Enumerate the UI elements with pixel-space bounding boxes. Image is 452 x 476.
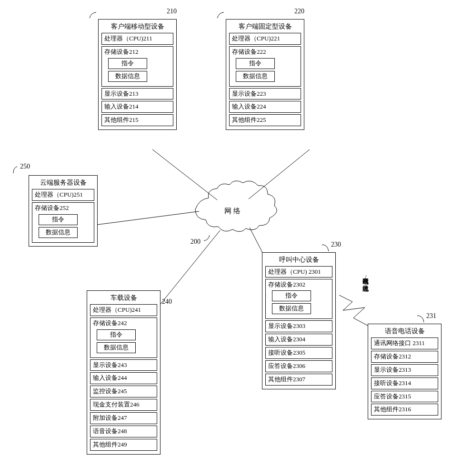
mobile-display: 显示设备213 — [101, 88, 173, 100]
callcenter-title: 呼叫中心设备 — [265, 256, 332, 264]
ref-210: 210 — [167, 8, 177, 15]
vehicle-title: 车载设备 — [90, 294, 157, 302]
svg-line-1 — [249, 149, 310, 199]
mobile-title: 客户端移动型设备 — [101, 22, 173, 31]
vehicle-storage-cmd: 指令 — [97, 329, 136, 340]
cloud-storage-label: 存储设备252 — [35, 204, 91, 212]
cloud-storage-cmd: 指令 — [39, 214, 78, 225]
vehicle-input: 输入设备244 — [90, 372, 157, 384]
fixed-cpu: 处理器（CPU)221 — [229, 33, 301, 45]
svg-line-2 — [97, 211, 199, 225]
vehicle-cpu: 处理器（CPU)241 — [90, 304, 157, 316]
vehicle-display: 显示设备243 — [90, 359, 157, 371]
vehicle-cash: 现金支付装置246 — [90, 399, 157, 411]
ref-231: 231 — [426, 312, 436, 320]
phone-title: 语音电话设备 — [371, 327, 438, 336]
callcenter-answer: 接听设备2305 — [265, 347, 332, 359]
ref-250: 250 — [20, 163, 30, 170]
ref-240: 240 — [162, 298, 172, 306]
callcenter-storage-data: 数据信息 — [272, 303, 311, 314]
phone-display: 显示设备2313 — [371, 364, 438, 376]
vehicle-storage-label: 存储设备242 — [93, 319, 154, 327]
vehicle-other: 其他组件249 — [90, 439, 157, 451]
ref-230: 230 — [331, 241, 341, 248]
callcenter-storage-cmd: 指令 — [272, 290, 311, 301]
phone-other: 其他组件2316 — [371, 404, 438, 416]
cloud-title: 云端服务器设备 — [32, 178, 94, 187]
cloud-storage-data: 数据信息 — [39, 227, 78, 238]
phone-storage: 存储设备2312 — [371, 351, 438, 363]
device-mobile: 客户端移动型设备 处理器（CPU)211 存储设备212 指令 数据信息 显示设… — [98, 19, 177, 130]
callcenter-input: 输入设备2304 — [265, 334, 332, 346]
fixed-title: 客户端固定型设备 — [229, 22, 301, 31]
device-callcenter: 呼叫中心设备 处理器（CPU) 2301 存储设备2302 指令 数据信息 显示… — [262, 252, 336, 389]
cloud-cpu: 处理器（CPU)251 — [32, 189, 94, 201]
vehicle-monitor: 监控设备245 — [90, 386, 157, 397]
fixed-storage-data: 数据信息 — [236, 71, 275, 82]
callcenter-other: 其他组件2307 — [265, 374, 332, 386]
callcenter-cpu: 处理器（CPU) 2301 — [265, 266, 332, 278]
ref-220: 220 — [294, 8, 304, 15]
device-phone: 语音电话设备 通讯网络接口 2311 存储设备2312 显示设备2313 接听设… — [368, 324, 442, 419]
callcenter-storage: 存储设备2302 指令 数据信息 — [265, 279, 332, 319]
device-fixed: 客户端固定型设备 处理器（CPU)221 存储设备222 指令 数据信息 显示设… — [226, 19, 304, 130]
vehicle-addon: 附加设备247 — [90, 412, 157, 424]
cloud-storage: 存储设备252 指令 数据信息 — [32, 202, 94, 243]
diagram-canvas: 网 络 210 客户端移动型设备 处理器（CPU)211 存储设备212 指令 … — [0, 0, 452, 476]
phone-respond: 应答设备2315 — [371, 391, 438, 403]
phone-net: 通讯网络接口 2311 — [371, 337, 438, 349]
fixed-input: 输入设备224 — [229, 101, 301, 113]
vehicle-storage-data: 数据信息 — [97, 342, 136, 353]
fixed-storage-label: 存储设备222 — [232, 48, 298, 56]
fixed-display: 显示设备223 — [229, 88, 301, 100]
callcenter-storage-label: 存储设备2302 — [268, 281, 330, 289]
device-cloud: 云端服务器设备 处理器（CPU)251 存储设备252 指令 数据信息 — [29, 175, 98, 247]
mobile-other: 其他组件215 — [101, 114, 173, 126]
vehicle-storage: 存储设备242 指令 数据信息 — [90, 317, 157, 358]
connection-label: 有线电话网/无线电波 — [362, 273, 369, 280]
mobile-input: 输入设备214 — [101, 101, 173, 113]
ref-200: 200 — [191, 238, 201, 246]
svg-line-0 — [152, 149, 217, 200]
fixed-other: 其他组件225 — [229, 114, 301, 126]
mobile-storage-data: 数据信息 — [108, 71, 147, 82]
svg-line-3 — [160, 230, 220, 305]
callcenter-display: 显示设备2303 — [265, 320, 332, 332]
vehicle-voice: 语音设备248 — [90, 426, 157, 437]
phone-answer: 接听设备2314 — [371, 377, 438, 389]
fixed-storage: 存储设备222 指令 数据信息 — [229, 46, 301, 87]
mobile-cpu: 处理器（CPU)211 — [101, 33, 173, 45]
mobile-storage-cmd: 指令 — [108, 58, 147, 69]
callcenter-respond: 应答设备2306 — [265, 360, 332, 372]
fixed-storage-cmd: 指令 — [236, 58, 275, 69]
mobile-storage-label: 存储设备212 — [104, 48, 171, 56]
device-vehicle: 车载设备 处理器（CPU)241 存储设备242 指令 数据信息 显示设备243… — [87, 290, 161, 455]
network-label: 网 络 — [224, 207, 241, 215]
mobile-storage: 存储设备212 指令 数据信息 — [101, 46, 173, 87]
